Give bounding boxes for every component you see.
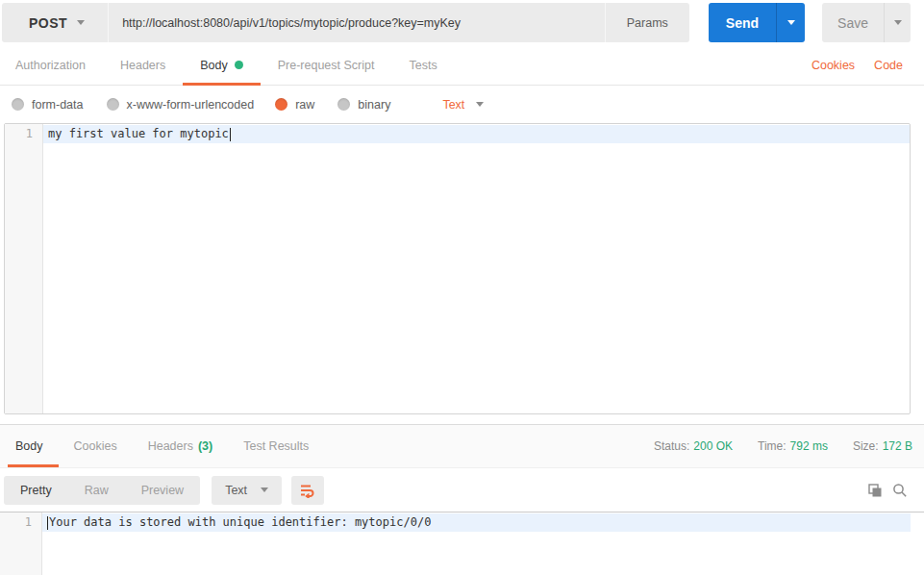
text-wrap-icon <box>299 483 316 498</box>
method-label: POST <box>29 15 67 31</box>
text-cursor <box>230 128 231 141</box>
radio-raw[interactable]: raw <box>275 98 314 112</box>
view-raw-button[interactable]: Raw <box>68 476 125 505</box>
line-number: 1 <box>5 125 33 143</box>
editor-content[interactable]: Your data is stored with unique identifi… <box>42 512 924 575</box>
editor-content[interactable]: my first value for mytopic <box>43 124 910 413</box>
raw-format-dropdown[interactable]: Text <box>442 98 484 112</box>
size-stat: Size:172 B <box>853 439 912 453</box>
body-content-dot-icon <box>235 61 243 69</box>
view-preview-button[interactable]: Preview <box>125 476 200 505</box>
code-link[interactable]: Code <box>864 45 912 85</box>
text-cursor <box>47 516 48 530</box>
chevron-down-icon <box>787 20 795 25</box>
status-stat: Status:200 OK <box>654 439 733 453</box>
response-tab-body[interactable]: Body <box>8 425 59 467</box>
tab-label: Headers <box>120 59 165 72</box>
radio-label: binary <box>358 98 390 112</box>
radio-icon <box>275 98 287 111</box>
tab-headers[interactable]: Headers <box>103 45 183 85</box>
tab-body[interactable]: Body <box>183 45 261 85</box>
size-label: Size: <box>853 439 879 453</box>
response-tab-test-results[interactable]: Test Results <box>228 425 324 467</box>
headers-count: (3) <box>198 439 212 453</box>
status-value: 200 OK <box>693 439 733 453</box>
send-split-button: Send <box>709 3 805 42</box>
format-label: Text <box>442 98 464 112</box>
response-stats: Status:200 OK Time:792 ms Size:172 B <box>654 425 912 467</box>
time-value: 792 ms <box>790 439 828 453</box>
cookies-link[interactable]: Cookies <box>802 45 864 85</box>
line-number: 1 <box>0 513 32 532</box>
tab-label: Body <box>15 439 43 453</box>
search-response-button[interactable] <box>887 478 912 503</box>
postman-window: POST Params Send Save Authorization <box>0 0 924 575</box>
radio-icon <box>12 98 24 111</box>
response-toolbar: Pretty Raw Preview Text <box>0 468 924 512</box>
line-number-gutter: 1 <box>0 512 42 575</box>
code-text: my first value for mytopic <box>48 127 229 140</box>
radio-label: x-www-form-urlencoded <box>127 98 255 112</box>
send-button[interactable]: Send <box>709 3 776 42</box>
radio-icon <box>107 98 119 111</box>
search-icon <box>892 483 908 498</box>
tab-authorization[interactable]: Authorization <box>8 45 103 85</box>
tab-label: Test Results <box>243 439 309 453</box>
tab-label: Headers <box>148 439 193 453</box>
tab-label: Tests <box>409 59 437 72</box>
tab-tests[interactable]: Tests <box>391 45 454 85</box>
size-value: 172 B <box>883 439 912 453</box>
request-bar: POST Params Send Save <box>0 0 924 45</box>
request-tabs: Authorization Headers Body Pre-request S… <box>0 45 924 86</box>
response-body-editor[interactable]: 1 Your data is stored with unique identi… <box>0 512 924 575</box>
url-composite: POST Params <box>2 3 689 42</box>
time-stat: Time:792 ms <box>758 439 828 453</box>
time-label: Time: <box>758 439 787 453</box>
code-text: Your data is stored with unique identifi… <box>49 515 431 529</box>
radio-icon <box>337 98 350 111</box>
radio-binary[interactable]: binary <box>337 98 390 112</box>
chevron-down-icon <box>261 488 268 492</box>
wrap-text-button[interactable] <box>291 476 324 505</box>
radio-x-www-form-urlencoded[interactable]: x-www-form-urlencoded <box>107 98 255 112</box>
copy-icon <box>867 483 883 498</box>
method-dropdown[interactable]: POST <box>2 3 108 42</box>
tab-label: Authorization <box>15 59 86 72</box>
request-body-editor[interactable]: 1 my first value for mytopic <box>4 123 911 414</box>
params-button[interactable]: Params <box>606 3 689 42</box>
spacer <box>455 45 802 85</box>
save-options-button[interactable] <box>884 3 911 42</box>
spacer <box>0 414 924 424</box>
tab-label: Body <box>200 59 228 72</box>
copy-response-button[interactable] <box>862 478 887 503</box>
url-input[interactable] <box>109 3 605 42</box>
radio-label: raw <box>295 98 314 112</box>
save-button[interactable]: Save <box>822 3 884 42</box>
radio-form-data[interactable]: form-data <box>12 98 84 112</box>
chevron-down-icon <box>894 20 902 25</box>
view-pretty-button[interactable]: Pretty <box>4 476 68 505</box>
chevron-down-icon <box>77 20 85 25</box>
view-mode-group: Pretty Raw Preview <box>4 476 200 505</box>
tab-label: Pre-request Script <box>278 59 375 72</box>
response-tabs-row: Body Cookies Headers (3) Test Results St… <box>0 424 924 468</box>
response-tab-headers[interactable]: Headers (3) <box>133 425 229 467</box>
chevron-down-icon <box>476 102 484 107</box>
radio-label: form-data <box>32 98 84 112</box>
code-line: Your data is stored with unique identifi… <box>42 513 911 532</box>
tab-pre-request-script[interactable]: Pre-request Script <box>261 45 392 85</box>
params-label: Params <box>627 16 668 30</box>
response-tab-cookies[interactable]: Cookies <box>59 425 133 467</box>
response-format-dropdown[interactable]: Text <box>212 476 282 505</box>
body-type-row: form-data x-www-form-urlencoded raw bina… <box>0 86 924 123</box>
save-split-button: Save <box>822 3 911 42</box>
format-label: Text <box>225 484 247 497</box>
code-line: my first value for mytopic <box>43 125 910 143</box>
status-label: Status: <box>654 439 689 453</box>
send-options-button[interactable] <box>776 3 805 42</box>
line-number-gutter: 1 <box>5 124 43 413</box>
tab-label: Cookies <box>74 439 117 453</box>
